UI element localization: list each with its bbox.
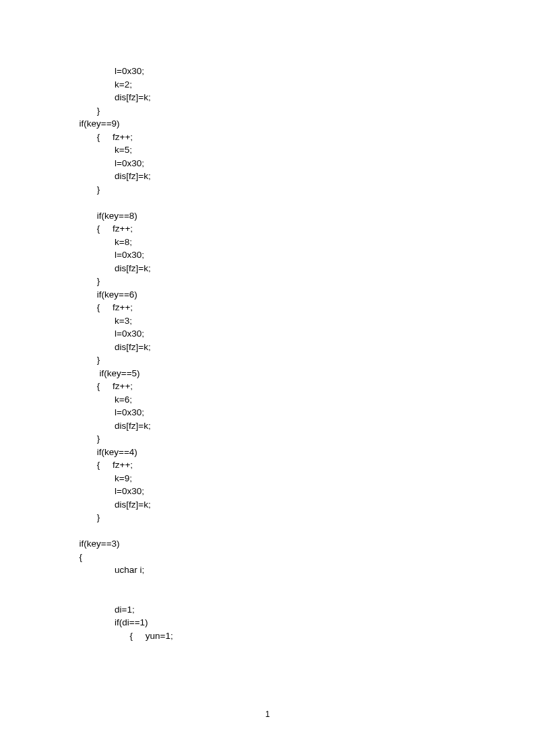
page-number: 1 (0, 710, 535, 719)
code-block: l=0x30; k=2; dis[fz]=k; } if(key==9) { f… (0, 0, 535, 642)
